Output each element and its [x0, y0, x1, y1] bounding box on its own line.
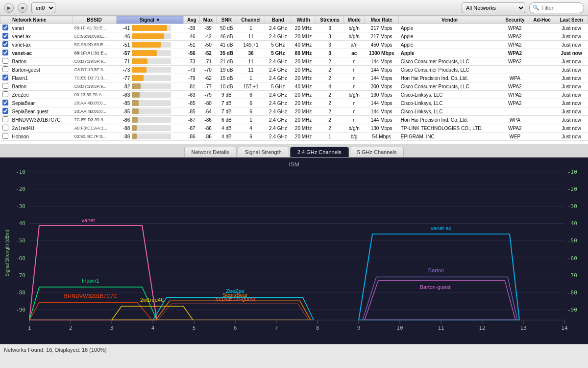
col-maxrate[interactable]: Max Rate	[365, 16, 399, 24]
network-snr: 6 dB	[216, 116, 237, 124]
table-row[interactable]: Hobson 00:90:4C:7F:0... -88 -86 -86 4 dB…	[0, 132, 588, 141]
network-lastseen: Just now	[555, 32, 588, 41]
svg-text:2: 2	[69, 325, 73, 331]
check-cell[interactable]	[0, 116, 10, 124]
network-channel: 4	[237, 124, 265, 132]
networks-filter-select[interactable]: All Networks	[462, 2, 525, 13]
tab-2ghz-channels[interactable]: 2.4 GHz Channels	[290, 147, 349, 157]
check-cell[interactable]	[0, 32, 10, 41]
check-cell[interactable]	[0, 57, 10, 66]
check-cell[interactable]	[0, 132, 10, 141]
network-channel: 11	[237, 57, 265, 66]
svg-text:3: 3	[110, 325, 114, 331]
col-adhoc[interactable]: Ad-Hoc	[529, 16, 555, 24]
network-security: WPA2	[501, 91, 529, 99]
table-row[interactable]: BHNDVW3201B7C7C 7C:E9:D3:39:9... -86 -87…	[0, 116, 588, 124]
check-cell[interactable]	[0, 74, 10, 82]
col-channel[interactable]: Channel	[237, 16, 265, 24]
table-row[interactable]: ZeeZee 00:23:69:70:A... -83 -83 -79 9 dB…	[0, 91, 588, 99]
check-cell[interactable]	[0, 99, 10, 107]
check-cell[interactable]	[0, 124, 10, 132]
col-security[interactable]: Security	[501, 16, 529, 24]
svg-text:-10: -10	[567, 169, 577, 175]
network-band: 5 GHz	[265, 49, 291, 57]
col-lastseen[interactable]: Last Seen	[555, 16, 588, 24]
table-row[interactable]: vanet 88:1F:A1:31:E... -41 -39 -39 50 dB…	[0, 24, 588, 32]
network-checkbox[interactable]	[2, 133, 8, 139]
table-row[interactable]: vanet-ax 5C:96:9D:69:E... -51 -51 -50 41…	[0, 41, 588, 49]
network-checkbox[interactable]	[2, 25, 8, 30]
network-maxrate: 1300 Mbps	[365, 49, 399, 57]
network-adhoc	[529, 91, 555, 99]
network-checkbox[interactable]	[2, 125, 8, 131]
network-checkbox[interactable]	[2, 50, 8, 55]
col-bssid[interactable]: BSSID	[73, 16, 117, 24]
network-checkbox[interactable]	[2, 91, 8, 97]
network-snr: 19 dB	[216, 66, 237, 74]
col-streams[interactable]: Streams	[316, 16, 344, 24]
svg-text:6: 6	[234, 325, 237, 331]
network-bssid: 5C:96:9D:69:E...	[73, 32, 117, 41]
check-cell[interactable]	[0, 91, 10, 99]
col-band[interactable]: Band	[265, 16, 291, 24]
table-row[interactable]: Barton C8:D7:19:5F:9... -82 -81 -77 10 d…	[0, 82, 588, 91]
network-checkbox[interactable]	[2, 58, 8, 64]
svg-text:-60: -60	[567, 255, 577, 262]
table-row[interactable]: Barton C8:D7:19:5F:9... -71 -73 -71 21 d…	[0, 57, 588, 66]
check-cell[interactable]	[0, 41, 10, 49]
network-width: 20 MHz	[291, 116, 316, 124]
svg-text:9: 9	[357, 325, 361, 331]
col-vendor[interactable]: Vendor	[399, 16, 501, 24]
network-checkbox[interactable]	[2, 33, 8, 39]
check-cell[interactable]	[0, 24, 10, 32]
network-checkbox[interactable]	[2, 100, 8, 105]
network-name: Flavin1	[10, 74, 73, 82]
col-max[interactable]: Max	[200, 16, 217, 24]
network-maxrate: 144 Mbps	[365, 74, 399, 82]
tab-5ghz-channels[interactable]: 5 GHz Channels	[350, 147, 404, 157]
col-mode[interactable]: Mode	[344, 16, 365, 24]
network-avg: -87	[184, 116, 200, 124]
table-row[interactable]: SepiaBear 20:AA:4B:05:0... -85 -85 -80 7…	[0, 99, 588, 107]
network-checkbox[interactable]	[2, 41, 8, 47]
network-checkbox[interactable]	[2, 116, 8, 122]
svg-text:-70: -70	[16, 272, 25, 279]
col-avg[interactable]: Avg	[184, 16, 200, 24]
network-security: WPA	[501, 116, 529, 124]
network-max: -80	[200, 99, 217, 107]
check-cell[interactable]	[0, 107, 10, 116]
col-signal[interactable]: Signal ▼	[116, 16, 184, 24]
interface-select[interactable]: en0	[31, 2, 55, 13]
check-cell[interactable]	[0, 82, 10, 91]
network-lastseen: Just now	[555, 99, 588, 107]
network-checkbox[interactable]	[2, 108, 8, 114]
check-cell[interactable]	[0, 66, 10, 74]
filter-input[interactable]	[541, 5, 581, 11]
network-avg: -85	[184, 107, 200, 116]
col-width[interactable]: Width	[291, 16, 316, 24]
check-cell[interactable]	[0, 49, 10, 57]
col-snr[interactable]: SNR	[216, 16, 237, 24]
network-checkbox[interactable]	[2, 66, 8, 72]
table-row[interactable]: Barton-guest C8:D7:19:5F:9... -73 -73 -7…	[0, 66, 588, 74]
table-row[interactable]: 2w1red4U A0:F3:C1:AA:1... -88 -87 -86 4 …	[0, 124, 588, 132]
table-row[interactable]: vanet-ax 5C:96:9D:69:E... -46 -46 -42 46…	[0, 32, 588, 41]
network-channel: 1	[237, 74, 265, 82]
network-snr: 35 dB	[216, 49, 237, 57]
play-button[interactable]: ▶	[4, 3, 14, 13]
network-band: 2.4 GHz	[265, 116, 291, 124]
stop-button[interactable]: ■	[18, 3, 27, 13]
col-name[interactable]: Network Name	[10, 16, 73, 24]
table-row[interactable]: SepiaBear-guest 20:AA:4B:05:0... -85 -85…	[0, 107, 588, 116]
table-row[interactable]: vanet-ac 88:1F:A1:31:E... -57 -56 -52 35…	[0, 49, 588, 57]
network-width: 20 MHz	[291, 74, 316, 82]
table-row[interactable]: Flavin1 7C:E9:D3:71:3... -77 -79 -62 15 …	[0, 74, 588, 82]
tab-network-details[interactable]: Network Details	[184, 147, 237, 157]
network-checkbox[interactable]	[2, 75, 8, 80]
network-maxrate: 300 Mbps	[365, 82, 399, 91]
tab-signal-strength[interactable]: Signal Strength	[238, 147, 289, 157]
network-checkbox[interactable]	[2, 83, 8, 89]
network-maxrate: 217 Mbps	[365, 32, 399, 41]
network-name: SepiaBear-guest	[10, 107, 73, 116]
network-name: Barton-guest	[10, 66, 73, 74]
